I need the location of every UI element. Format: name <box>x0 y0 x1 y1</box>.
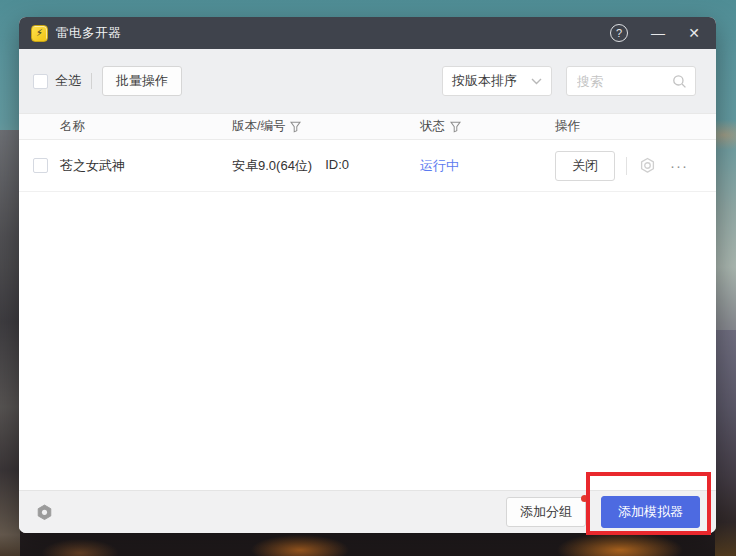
column-header-status: 状态 <box>420 118 555 135</box>
toolbar-divider <box>91 73 92 89</box>
add-group-label: 添加分组 <box>520 504 572 519</box>
batch-operations-button[interactable]: 批量操作 <box>102 66 182 96</box>
instance-id: ID:0 <box>325 157 349 175</box>
instance-settings-gear-icon[interactable] <box>638 156 657 175</box>
column-header-name-label: 名称 <box>60 118 85 135</box>
notification-dot <box>581 495 588 502</box>
column-header-name: 名称 <box>60 118 232 135</box>
search-input[interactable] <box>577 74 672 89</box>
column-header-version: 版本/编号 <box>232 118 420 135</box>
operations-divider <box>626 157 627 175</box>
footer-bar: 添加分组 添加模拟器 <box>19 490 716 533</box>
desktop-background: ⚡ 雷电多开器 ? — ✕ 全选 批量操作 按版本排序 <box>0 0 736 556</box>
row-checkbox-cell <box>19 158 60 173</box>
background-mountain-left <box>0 130 20 556</box>
close-icon[interactable]: ✕ <box>684 25 704 41</box>
select-all-checkbox[interactable] <box>33 74 48 89</box>
window-title: 雷电多开器 <box>56 25 121 42</box>
column-header-operation-label: 操作 <box>555 118 580 135</box>
row-checkbox[interactable] <box>33 158 48 173</box>
titlebar[interactable]: ⚡ 雷电多开器 ? — ✕ <box>19 17 716 49</box>
search-box[interactable] <box>566 66 696 96</box>
filter-icon[interactable] <box>450 121 461 133</box>
instance-name: 苍之女武神 <box>60 157 232 175</box>
column-header-status-label: 状态 <box>420 118 445 135</box>
table-header: 名称 版本/编号 状态 操作 <box>19 113 716 140</box>
app-logo-icon: ⚡ <box>31 25 48 42</box>
select-all-label: 全选 <box>55 72 81 90</box>
sort-dropdown[interactable]: 按版本排序 <box>442 66 552 96</box>
chevron-down-icon <box>531 78 542 85</box>
more-options-icon[interactable]: ··· <box>670 158 688 173</box>
global-settings-gear-icon[interactable] <box>35 503 54 522</box>
background-mountain-right <box>715 330 736 556</box>
minimize-icon[interactable]: — <box>648 25 668 41</box>
add-group-button[interactable]: 添加分组 <box>506 497 586 527</box>
search-icon <box>672 74 687 89</box>
instance-version-cell: 安卓9.0(64位) ID:0 <box>232 157 420 175</box>
app-window: ⚡ 雷电多开器 ? — ✕ 全选 批量操作 按版本排序 <box>19 17 716 533</box>
instance-list-empty-area <box>19 192 716 490</box>
instance-status-badge: 运行中 <box>420 157 555 175</box>
table-row[interactable]: 苍之女武神 安卓9.0(64位) ID:0 运行中 关闭 ··· <box>19 140 716 192</box>
help-icon[interactable]: ? <box>610 24 628 42</box>
filter-icon[interactable] <box>290 121 301 133</box>
layout-grid-icon[interactable] <box>71 505 85 519</box>
add-emulator-button[interactable]: 添加模拟器 <box>601 496 700 528</box>
row-operations: 关闭 ··· <box>555 151 716 181</box>
sort-dropdown-value: 按版本排序 <box>452 72 531 90</box>
instance-version: 安卓9.0(64位) <box>232 157 312 175</box>
column-header-operation: 操作 <box>555 118 716 135</box>
column-header-version-label: 版本/编号 <box>232 118 285 135</box>
toolbar: 全选 批量操作 按版本排序 <box>19 49 716 113</box>
stop-instance-button[interactable]: 关闭 <box>555 151 615 181</box>
